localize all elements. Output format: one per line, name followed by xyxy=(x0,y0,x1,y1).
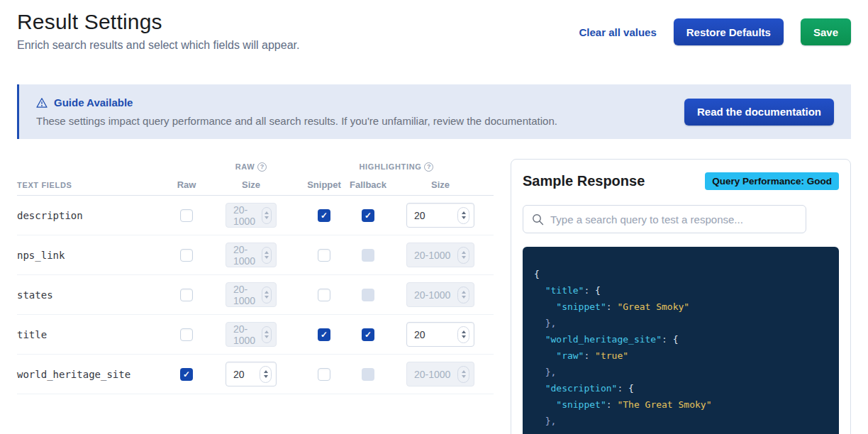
page-title: Result Settings xyxy=(17,10,299,34)
warning-icon xyxy=(36,97,48,108)
fallback-checkbox[interactable]: ✓ xyxy=(362,209,374,222)
header-actions: Clear all values Restore Defaults Save xyxy=(579,18,851,45)
table-row: nps_link 20-1000 20-1000 xyxy=(17,235,494,275)
column-highlight-size: Size xyxy=(387,179,494,190)
page-subtitle: Enrich search results and select which f… xyxy=(17,39,299,52)
snippet-checkbox[interactable] xyxy=(318,249,330,262)
column-raw: Raw xyxy=(170,179,203,190)
guide-callout: Guide Available These settings impact qu… xyxy=(17,84,851,139)
field-name: states xyxy=(17,289,170,301)
snippet-checkbox[interactable] xyxy=(318,368,330,381)
text-fields-table: RAW ? HIGHLIGHTING ? TEXT FIELDS Raw Siz… xyxy=(17,159,494,394)
number-stepper-icon[interactable] xyxy=(457,366,469,383)
raw-size-input[interactable]: 20-1000 xyxy=(226,322,277,347)
field-name: title xyxy=(17,329,170,340)
sample-query-placeholder: Type a search query to test a response..… xyxy=(550,213,743,226)
raw-checkbox[interactable]: ✓ xyxy=(180,368,193,381)
highlighting-group-label: HIGHLIGHTING xyxy=(360,162,422,171)
save-button[interactable]: Save xyxy=(801,18,851,45)
guide-callout-title: Guide Available xyxy=(54,96,133,108)
column-text-fields: TEXT FIELDS xyxy=(17,181,170,189)
guide-callout-text: Guide Available These settings impact qu… xyxy=(36,96,557,127)
fallback-checkbox[interactable] xyxy=(362,289,374,301)
raw-size-input[interactable]: 20-1000 xyxy=(226,282,277,307)
search-icon xyxy=(532,213,544,226)
table-group-header-row: RAW ? HIGHLIGHTING ? xyxy=(17,159,494,174)
column-fallback: Fallback xyxy=(349,179,387,190)
highlighting-group-header: HIGHLIGHTING ? xyxy=(299,162,494,172)
field-name: nps_link xyxy=(17,250,170,261)
raw-help-icon[interactable]: ? xyxy=(257,162,267,172)
query-performance-badge: Query Performance: Good xyxy=(705,172,839,190)
page-header: Result Settings Enrich search results an… xyxy=(0,0,868,52)
number-stepper-icon[interactable] xyxy=(262,326,272,343)
number-stepper-icon[interactable] xyxy=(262,247,272,264)
raw-size-input[interactable]: 20 xyxy=(226,362,277,386)
page-header-text: Result Settings Enrich search results an… xyxy=(17,10,299,52)
read-documentation-button[interactable]: Read the documentation xyxy=(684,99,834,126)
highlight-size-input[interactable]: 20-1000 xyxy=(406,243,474,267)
table-row: world_heritage_site ✓ 20 20-1000 xyxy=(17,355,494,394)
raw-size-input[interactable]: 20-1000 xyxy=(226,243,277,267)
raw-group-header: RAW ? xyxy=(203,162,299,172)
raw-checkbox[interactable] xyxy=(180,249,193,262)
highlight-size-input[interactable]: 20 xyxy=(406,322,474,347)
highlight-size-input[interactable]: 20 xyxy=(406,203,474,228)
number-stepper-icon[interactable] xyxy=(457,207,469,224)
number-stepper-icon[interactable] xyxy=(262,286,272,304)
number-stepper-icon[interactable] xyxy=(457,326,469,343)
restore-defaults-button[interactable]: Restore Defaults xyxy=(674,18,784,45)
fallback-checkbox[interactable] xyxy=(362,368,374,381)
raw-checkbox[interactable] xyxy=(180,289,193,301)
fields-table-body: description 20-1000 ✓ ✓ 20 nps_link 20-1… xyxy=(17,196,494,394)
sample-response-panel: Sample Response Query Performance: Good … xyxy=(511,159,851,434)
table-row: description 20-1000 ✓ ✓ 20 xyxy=(17,196,494,235)
code-block: { "title": { "snippet": "Great Smoky" },… xyxy=(523,247,839,434)
number-stepper-icon[interactable] xyxy=(262,207,272,224)
fallback-checkbox[interactable] xyxy=(362,249,374,262)
result-settings-page: Result Settings Enrich search results an… xyxy=(0,0,868,434)
sample-query-input[interactable]: Type a search query to test a response..… xyxy=(523,205,806,233)
highlighting-help-icon[interactable]: ? xyxy=(424,162,433,172)
sample-response-title: Sample Response xyxy=(523,173,645,189)
raw-group-label: RAW xyxy=(235,162,255,171)
snippet-checkbox[interactable]: ✓ xyxy=(318,209,330,222)
raw-size-input[interactable]: 20-1000 xyxy=(226,203,277,228)
fallback-checkbox[interactable]: ✓ xyxy=(362,328,374,341)
highlight-size-input[interactable]: 20-1000 xyxy=(406,362,474,386)
raw-checkbox[interactable] xyxy=(180,209,193,222)
table-row: states 20-1000 20-1000 xyxy=(17,275,494,315)
raw-checkbox[interactable] xyxy=(180,328,193,341)
clear-all-values-link[interactable]: Clear all values xyxy=(579,26,657,38)
highlight-size-input[interactable]: 20-1000 xyxy=(406,282,474,307)
field-name: description xyxy=(17,210,170,221)
main-content: RAW ? HIGHLIGHTING ? TEXT FIELDS Raw Siz… xyxy=(0,159,868,434)
number-stepper-icon[interactable] xyxy=(260,366,272,383)
table-row: title 20-1000 ✓ ✓ 20 xyxy=(17,315,494,355)
number-stepper-icon[interactable] xyxy=(457,286,469,304)
snippet-checkbox[interactable] xyxy=(318,289,330,301)
number-stepper-icon[interactable] xyxy=(457,247,469,264)
table-column-header-row: TEXT FIELDS Raw Size Snippet Fallback Si… xyxy=(17,174,494,196)
field-name: world_heritage_site xyxy=(17,369,170,380)
snippet-checkbox[interactable]: ✓ xyxy=(318,328,330,341)
column-snippet: Snippet xyxy=(299,179,349,190)
guide-callout-body: These settings impact query performance … xyxy=(36,115,557,127)
column-raw-size: Size xyxy=(203,179,299,190)
